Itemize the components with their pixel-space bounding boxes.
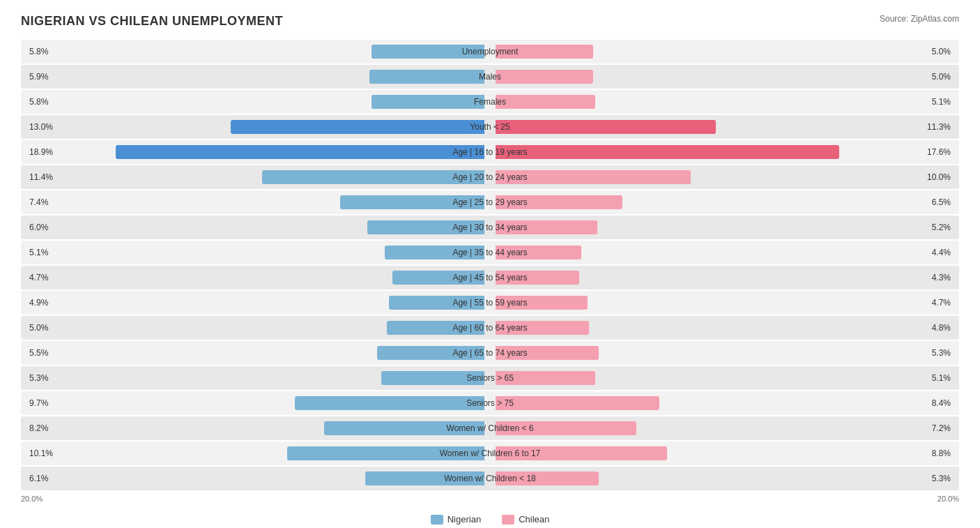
value-left: 4.7% [29, 273, 48, 282]
chart-row: 8.2% Women w/ Children < 6 7.2% [21, 416, 959, 440]
value-right: 5.3% [932, 348, 951, 358]
value-right: 7.2% [932, 423, 951, 433]
bar-left [116, 145, 484, 159]
bar-left [365, 472, 484, 485]
axis-left: 20.0% [21, 495, 43, 503]
value-left: 5.3% [29, 373, 48, 383]
chart-area: 5.8% Unemployment 5.0% 5.9% Males 5.0% 5… [21, 40, 959, 490]
bar-right [496, 145, 839, 159]
chilean-swatch [502, 515, 514, 525]
left-section: 6.1% [21, 467, 490, 490]
left-section: 5.9% [21, 65, 490, 89]
value-right: 10.0% [927, 172, 951, 182]
legend: Nigerian Chilean [21, 514, 959, 525]
bar-left [231, 120, 484, 134]
bar-left [381, 371, 484, 385]
value-right: 5.1% [932, 373, 951, 383]
bar-left [385, 246, 484, 259]
left-section: 5.3% [21, 366, 490, 390]
chart-row: 5.3% Seniors > 65 5.1% [21, 366, 959, 390]
value-right: 4.8% [932, 323, 951, 333]
bar-right [496, 246, 581, 259]
bar-left [372, 45, 484, 59]
chilean-label: Chilean [519, 514, 549, 525]
right-section: 8.8% [490, 442, 959, 465]
bar-right [496, 396, 659, 410]
value-left: 6.0% [29, 222, 48, 232]
value-left: 11.4% [29, 172, 53, 182]
bar-left [324, 421, 484, 435]
value-left: 5.0% [29, 323, 48, 333]
right-section: 4.3% [490, 266, 959, 289]
chart-row: 18.9% Age | 16 to 19 years 17.6% [21, 140, 959, 164]
bar-right [496, 45, 593, 59]
right-section: 5.3% [490, 467, 959, 490]
legend-nigerian: Nigerian [431, 514, 481, 525]
right-section: 5.1% [490, 90, 959, 114]
right-section: 5.0% [490, 40, 959, 63]
bar-right [496, 195, 622, 209]
bar-left [389, 296, 484, 310]
chart-container: NIGERIAN VS CHILEAN UNEMPLOYMENT Source:… [0, 0, 980, 528]
left-section: 5.0% [21, 316, 490, 340]
right-section: 8.4% [490, 391, 959, 415]
chart-row: 13.0% Youth < 25 11.3% [21, 115, 959, 139]
chart-row: 6.0% Age | 30 to 34 years 5.2% [21, 216, 959, 239]
value-right: 5.2% [932, 222, 951, 232]
chart-header: NIGERIAN VS CHILEAN UNEMPLOYMENT Source:… [21, 14, 959, 29]
value-right: 6.5% [932, 197, 951, 207]
bar-left [295, 396, 484, 410]
value-right: 5.3% [932, 474, 951, 483]
chart-title: NIGERIAN VS CHILEAN UNEMPLOYMENT [21, 14, 283, 29]
chart-row: 7.4% Age | 25 to 29 years 6.5% [21, 190, 959, 214]
left-section: 13.0% [21, 115, 490, 139]
left-section: 4.7% [21, 266, 490, 289]
value-left: 5.8% [29, 97, 48, 107]
value-right: 4.7% [932, 298, 951, 308]
bar-left [372, 95, 484, 109]
value-right: 4.3% [932, 273, 951, 282]
right-section: 4.8% [490, 316, 959, 340]
right-section: 5.2% [490, 216, 959, 239]
value-right: 5.1% [932, 97, 951, 107]
left-section: 5.8% [21, 90, 490, 114]
bar-right [496, 446, 667, 460]
right-section: 7.2% [490, 416, 959, 440]
chart-source: Source: ZipAtlas.com [880, 14, 959, 24]
chart-row: 10.1% Women w/ Children 6 to 17 8.8% [21, 442, 959, 465]
right-section: 11.3% [490, 115, 959, 139]
left-section: 18.9% [21, 140, 490, 164]
value-right: 17.6% [927, 147, 951, 157]
left-section: 6.0% [21, 216, 490, 239]
value-right: 8.8% [932, 448, 951, 458]
value-left: 4.9% [29, 298, 48, 308]
value-right: 5.0% [932, 47, 951, 56]
bar-right [496, 120, 716, 134]
value-right: 5.0% [932, 72, 951, 82]
chart-row: 5.1% Age | 35 to 44 years 4.4% [21, 241, 959, 264]
value-left: 5.5% [29, 348, 48, 358]
left-section: 5.1% [21, 241, 490, 264]
bar-right [496, 220, 597, 234]
bar-right [496, 371, 595, 385]
value-left: 6.1% [29, 474, 48, 483]
bar-right [496, 170, 691, 184]
left-section: 7.4% [21, 190, 490, 214]
bar-right [496, 70, 593, 84]
chart-row: 11.4% Age | 20 to 24 years 10.0% [21, 165, 959, 189]
left-section: 10.1% [21, 442, 490, 465]
value-left: 5.8% [29, 47, 48, 56]
value-right: 11.3% [927, 122, 951, 132]
left-section: 5.5% [21, 341, 490, 365]
right-section: 6.5% [490, 190, 959, 214]
chart-row: 5.9% Males 5.0% [21, 65, 959, 89]
left-section: 5.8% [21, 40, 490, 63]
left-section: 8.2% [21, 416, 490, 440]
chart-row: 5.0% Age | 60 to 64 years 4.8% [21, 316, 959, 340]
legend-chilean: Chilean [502, 514, 549, 525]
right-section: 4.7% [490, 291, 959, 315]
chart-row: 6.1% Women w/ Children < 18 5.3% [21, 467, 959, 490]
value-left: 8.2% [29, 423, 48, 433]
chart-row: 4.7% Age | 45 to 54 years 4.3% [21, 266, 959, 289]
bar-left [367, 220, 484, 234]
